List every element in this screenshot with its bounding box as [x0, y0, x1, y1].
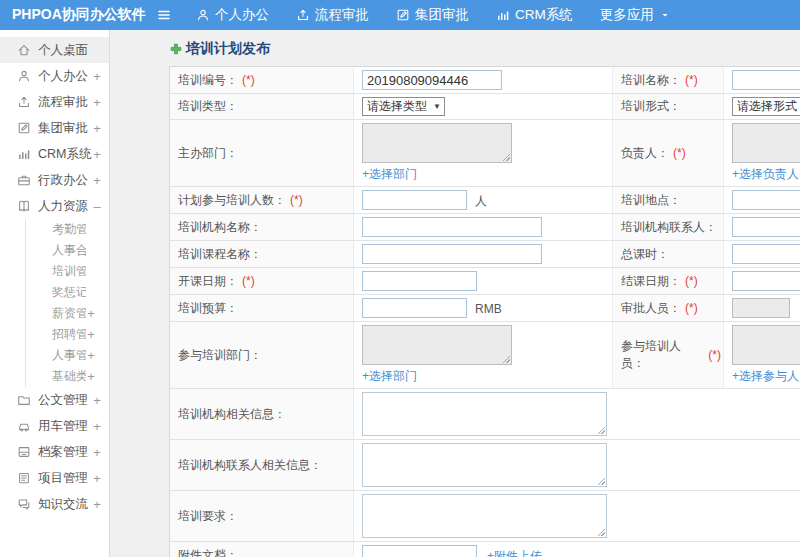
expand-toggle[interactable]: + [86, 369, 96, 384]
total-hours-input[interactable] [732, 244, 800, 264]
training-type-select[interactable]: 请选择类型▼ [362, 97, 445, 116]
start-date-label: 开课日期： [178, 273, 238, 290]
nav-more-apps[interactable]: 更多应用 [600, 6, 671, 24]
sidebar-item-group-approval[interactable]: 集团审批+ [0, 115, 109, 141]
sidebar-item-recruit[interactable]: 招聘管理+ [26, 324, 109, 345]
join-dept-label: 参与培训部门： [178, 347, 262, 364]
expand-toggle[interactable]: + [92, 147, 102, 162]
start-date-label-cell: 开课日期：(*) [170, 268, 354, 294]
planned-count-input[interactable] [362, 190, 467, 210]
expand-toggle[interactable]: + [92, 69, 102, 84]
participants-box[interactable] [732, 325, 800, 365]
plus-icon [169, 42, 183, 56]
expand-toggle[interactable]: + [86, 348, 96, 363]
sidebar-item-vehicle[interactable]: 用车管理+ [0, 413, 109, 439]
course-name-input[interactable] [362, 244, 542, 264]
expand-toggle[interactable]: + [92, 121, 102, 136]
host-dept-box[interactable] [362, 123, 512, 163]
expand-toggle[interactable]: + [92, 445, 102, 460]
nav-group-approval-label: 集团审批 [415, 6, 469, 24]
expand-toggle[interactable]: + [92, 497, 102, 512]
sidebar-item-admin-office[interactable]: 行政办公+ [0, 167, 109, 193]
org-name-field [362, 217, 542, 237]
expand-toggle[interactable]: – [92, 199, 102, 214]
attachment-label-cell: 附件文档： [170, 542, 354, 557]
nav-personal-office-label: 个人办公 [215, 6, 269, 24]
nav-group-approval[interactable]: 集团审批 [396, 6, 469, 24]
sidebar-item-training[interactable]: 培训管理 [26, 261, 109, 282]
end-date-input[interactable] [732, 271, 800, 291]
attachment-upload-link[interactable]: +附件上传 [487, 549, 542, 557]
approver-label: 审批人员： [621, 300, 681, 317]
nav-personal-office[interactable]: 个人办公 [196, 6, 269, 24]
training-no-input[interactable] [362, 70, 502, 90]
select-participants-link[interactable]: +选择参与人员 [732, 368, 800, 385]
org-name-value-cell [354, 214, 612, 240]
nav-crm[interactable]: CRM系统 [496, 6, 573, 24]
total-hours-label: 总课时： [621, 246, 669, 263]
end-date-label-cell: 结课日期：(*) [612, 268, 724, 294]
sidebar-item-official-doc[interactable]: 公文管理+ [0, 387, 109, 413]
approver-input[interactable] [732, 298, 790, 318]
sidebar-item-reward-record[interactable]: 奖惩记录 [26, 282, 109, 303]
hamburger-menu-icon[interactable] [156, 7, 172, 23]
expand-toggle[interactable]: + [92, 173, 102, 188]
sidebar-item-personal-office[interactable]: 个人办公+ [0, 63, 109, 89]
expand-toggle[interactable]: + [86, 327, 96, 342]
sidebar-item-label: 个人办公 [38, 68, 92, 85]
join-dept-value-cell: +选择部门 [354, 322, 612, 388]
org-contact-input[interactable] [732, 217, 800, 237]
expand-toggle[interactable]: + [92, 419, 102, 434]
org-info-textarea[interactable] [362, 392, 607, 436]
attachment-input[interactable] [362, 545, 477, 557]
location-input[interactable] [732, 190, 800, 210]
expand-toggle[interactable]: + [92, 393, 102, 408]
org-contact-info-textarea[interactable] [362, 443, 607, 487]
nav-process-approval[interactable]: 流程审批 [296, 6, 369, 24]
start-date-input[interactable] [362, 271, 477, 291]
total-hours-value-cell [724, 241, 800, 267]
sidebar-item-knowledge[interactable]: 知识交流+ [0, 491, 109, 517]
select-leader-link[interactable]: +选择负责人 [732, 166, 800, 183]
sidebar-item-label: 流程审批 [38, 94, 92, 111]
sidebar-item-personal-desktop[interactable]: 个人桌面 [0, 37, 109, 63]
leader-box[interactable] [732, 123, 800, 163]
sidebar-item-hr[interactable]: 人力资源– [0, 193, 109, 219]
org-name-input[interactable] [362, 217, 542, 237]
form-row: 培训要求： [170, 491, 800, 542]
expand-toggle[interactable]: + [92, 95, 102, 110]
sidebar-item-hr-contract[interactable]: 人事合同 [26, 240, 109, 261]
training-no-label-cell: 培训编号：(*) [170, 67, 354, 93]
form-row: 培训机构名称：培训机构联系人： [170, 214, 800, 241]
select-dept-link[interactable]: +选择部门 [362, 166, 512, 183]
training-form-select[interactable]: 请选择形式▼ [732, 97, 800, 116]
leader-value-cell: +选择负责人 [724, 120, 800, 186]
org-contact-label: 培训机构联系人： [621, 219, 717, 236]
select-dept-link[interactable]: +选择部门 [362, 368, 512, 385]
requirements-textarea[interactable] [362, 494, 607, 538]
required-mark: (*) [290, 193, 303, 207]
sidebar-item-salary[interactable]: 薪资管理+ [26, 303, 109, 324]
sidebar-item-base-category[interactable]: 基础类别设置+ [26, 366, 109, 387]
page-title: 培训计划发布 [169, 38, 800, 60]
training-name-input[interactable] [732, 70, 800, 90]
org-contact-info-label: 培训机构联系人相关信息： [178, 457, 322, 474]
budget-input[interactable] [362, 298, 467, 318]
expand-toggle[interactable]: + [92, 471, 102, 486]
sidebar-item-label: 人力资源 [38, 198, 92, 215]
expand-toggle[interactable]: + [86, 306, 96, 321]
join-dept-field: +选择部门 [362, 325, 512, 385]
sidebar-item-personnel[interactable]: 人事管理+ [26, 345, 109, 366]
location-label-cell: 培训地点： [612, 187, 724, 213]
nav-crm-label: CRM系统 [515, 6, 573, 24]
sidebar-item-crm[interactable]: CRM系统+ [0, 141, 109, 167]
sidebar-item-process-approval[interactable]: 流程审批+ [0, 89, 109, 115]
participants-label: 参与培训人员： [621, 338, 704, 372]
training-no-value-cell [354, 67, 612, 93]
sidebar-item-project[interactable]: 项目管理+ [0, 465, 109, 491]
join-dept-box[interactable] [362, 325, 512, 365]
sidebar-item-attendance[interactable]: 考勤管理 [26, 219, 109, 240]
required-mark: (*) [708, 348, 721, 362]
sidebar-item-archive[interactable]: 档案管理+ [0, 439, 109, 465]
archive-icon [17, 445, 31, 459]
